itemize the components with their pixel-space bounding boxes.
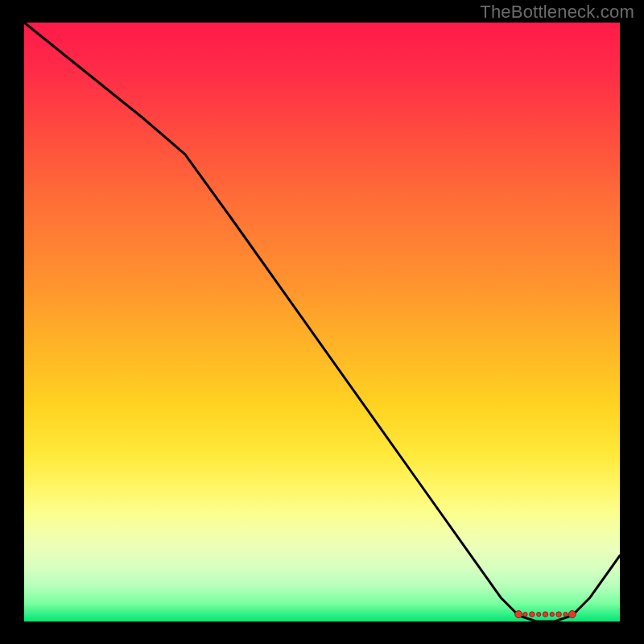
min-spot (530, 612, 535, 617)
min-spot (564, 613, 568, 617)
min-spot (523, 613, 527, 617)
bottleneck-curve (24, 23, 620, 621)
watermark-text: TheBottleneck.com (480, 2, 634, 23)
min-spot (543, 612, 547, 617)
min-spot (568, 611, 576, 618)
chart-frame: TheBottleneck.com (0, 0, 644, 644)
curve-path (24, 23, 620, 621)
min-spot (556, 612, 561, 617)
min-spot (550, 613, 554, 617)
min-spot (515, 611, 522, 618)
chart-plot-area (24, 23, 620, 621)
min-spot (537, 613, 541, 617)
